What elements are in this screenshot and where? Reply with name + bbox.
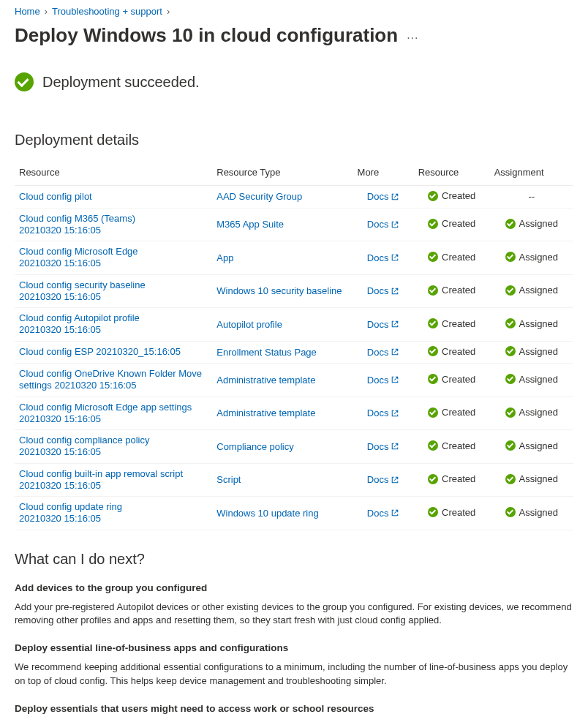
status-assigned: Assigned: [505, 252, 558, 263]
more-actions-button[interactable]: ···: [407, 27, 418, 45]
success-icon: [505, 507, 516, 517]
success-icon: [428, 191, 438, 201]
resource-link[interactable]: Cloud config Microsoft Edge: [19, 246, 208, 258]
status-assigned: Assigned: [505, 440, 558, 451]
table-row: Cloud config security baseline20210320 1…: [15, 274, 573, 308]
status-created: Created: [428, 252, 475, 263]
resource-link[interactable]: Cloud config security baseline: [19, 279, 208, 291]
resource-link[interactable]: Cloud config compliance policy: [19, 435, 208, 446]
success-icon: [428, 507, 438, 517]
resource-type-link[interactable]: Windows 10 update ring: [216, 508, 318, 519]
header-status: Resource: [414, 159, 490, 186]
status-assigned: Assigned: [505, 318, 558, 329]
resource-link[interactable]: Cloud config pilot: [19, 191, 208, 203]
chevron-right-icon: ›: [167, 6, 170, 17]
resource-link[interactable]: Cloud config Microsoft Edge app settings: [19, 402, 208, 413]
docs-link[interactable]: Docs: [367, 252, 400, 263]
table-row: Cloud config Autopilot profile20210320 1…: [15, 308, 573, 342]
resource-link[interactable]: Cloud config ESP 20210320_15:16:05: [19, 346, 208, 358]
resource-link-sub[interactable]: settings 20210320 15:16:05: [19, 380, 208, 391]
resource-link[interactable]: Cloud config Autopilot profile: [19, 312, 208, 324]
page-title-row: Deploy Windows 10 in cloud configuration…: [15, 24, 573, 47]
resource-type-link[interactable]: App: [216, 252, 233, 263]
resource-link-sub[interactable]: 20210320 15:16:05: [19, 258, 208, 269]
next-s2-body: We recommend keeping additional essentia…: [15, 661, 573, 688]
docs-link[interactable]: Docs: [367, 441, 400, 452]
next-s1-body: Add your pre-registered Autopilot device…: [15, 601, 573, 628]
docs-link[interactable]: Docs: [367, 285, 400, 296]
status-message: Deployment succeeded.: [42, 74, 200, 91]
status-assigned: Assigned: [505, 507, 558, 518]
docs-link[interactable]: Docs: [367, 219, 400, 230]
success-icon: [428, 318, 438, 328]
status-created: Created: [428, 440, 475, 451]
status-created: Created: [428, 407, 475, 418]
resource-type-link[interactable]: Compliance policy: [216, 441, 294, 452]
resource-link[interactable]: Cloud config built-in app removal script: [19, 468, 208, 480]
table-row: Cloud config M365 (Teams)20210320 15:16:…: [15, 208, 573, 241]
resource-type-link[interactable]: Administrative template: [216, 375, 315, 386]
resource-type-link[interactable]: Administrative template: [216, 407, 315, 418]
docs-link[interactable]: Docs: [367, 508, 400, 519]
docs-link[interactable]: Docs: [367, 347, 400, 358]
deployment-details-heading: Deployment details: [15, 132, 573, 149]
success-icon: [505, 474, 516, 484]
success-icon: [428, 474, 438, 484]
status-assigned: Assigned: [505, 473, 558, 484]
success-icon: [428, 219, 438, 229]
status-created: Created: [428, 318, 475, 329]
success-icon: [505, 219, 516, 229]
status-assigned: Assigned: [505, 407, 558, 418]
resource-link[interactable]: Cloud config M365 (Teams): [19, 213, 208, 225]
resource-link-sub[interactable]: 20210320 15:16:05: [19, 480, 208, 492]
table-row: Cloud config Microsoft Edge20210320 15:1…: [15, 241, 573, 275]
status-assigned: Assigned: [505, 346, 558, 357]
resource-type-link[interactable]: Script: [216, 474, 241, 485]
docs-link[interactable]: Docs: [367, 191, 400, 202]
status-created: Created: [428, 507, 475, 518]
resource-link-sub[interactable]: 20210320 15:16:05: [19, 324, 208, 336]
next-s3-title: Deploy essentials that users might need …: [15, 703, 573, 714]
success-icon: [15, 72, 34, 91]
table-row: Cloud config pilotAAD Security GroupDocs…: [15, 186, 573, 208]
next-s1-title: Add devices to the group you configured: [15, 582, 573, 593]
status-assigned: Assigned: [505, 374, 558, 385]
resource-link[interactable]: Cloud config update ring: [19, 501, 208, 513]
status-created: Created: [428, 346, 475, 357]
breadcrumb-troubleshoot[interactable]: Troubleshooting + support: [52, 6, 162, 17]
next-steps-heading: What can I do next?: [15, 551, 573, 568]
table-row: Cloud config update ring20210320 15:16:0…: [15, 497, 573, 530]
success-icon: [428, 440, 438, 451]
success-icon: [505, 374, 516, 384]
resource-link-sub[interactable]: 20210320 15:16:05: [19, 225, 208, 236]
table-row: Cloud config OneDrive Known Folder Moves…: [15, 364, 573, 397]
docs-link[interactable]: Docs: [367, 474, 400, 485]
resource-link-sub[interactable]: 20210320 15:16:05: [19, 413, 208, 425]
next-steps-section: What can I do next? Add devices to the g…: [15, 551, 573, 715]
status-created: Created: [428, 218, 475, 229]
resource-type-link[interactable]: AAD Security Group: [216, 191, 302, 202]
resource-link-sub[interactable]: 20210320 15:16:05: [19, 446, 208, 458]
resource-type-link[interactable]: Autopilot profile: [216, 319, 282, 330]
success-icon: [428, 252, 438, 262]
resource-type-link[interactable]: Enrollment Status Page: [216, 347, 317, 358]
table-row: Cloud config ESP 20210320_15:16:05Enroll…: [15, 341, 573, 364]
deployment-status: Deployment succeeded.: [15, 72, 573, 91]
breadcrumb: Home › Troubleshooting + support ›: [15, 0, 573, 20]
resource-link-sub[interactable]: 20210320 15:16:05: [19, 291, 208, 303]
success-icon: [505, 318, 516, 328]
docs-link[interactable]: Docs: [367, 407, 400, 418]
chevron-right-icon: ›: [45, 6, 48, 17]
resource-link[interactable]: Cloud config OneDrive Known Folder Move: [19, 368, 208, 380]
status-created: Created: [428, 190, 475, 201]
docs-link[interactable]: Docs: [367, 319, 400, 330]
resource-type-link[interactable]: M365 App Suite: [216, 219, 284, 230]
docs-link[interactable]: Docs: [367, 375, 400, 386]
resource-link-sub[interactable]: 20210320 15:16:05: [19, 513, 208, 525]
resource-type-link[interactable]: Windows 10 security baseline: [216, 285, 342, 296]
breadcrumb-home[interactable]: Home: [15, 6, 40, 17]
table-row: Cloud config compliance policy20210320 1…: [15, 430, 573, 464]
status-created: Created: [428, 285, 475, 296]
success-icon: [428, 374, 438, 384]
success-icon: [428, 285, 438, 296]
